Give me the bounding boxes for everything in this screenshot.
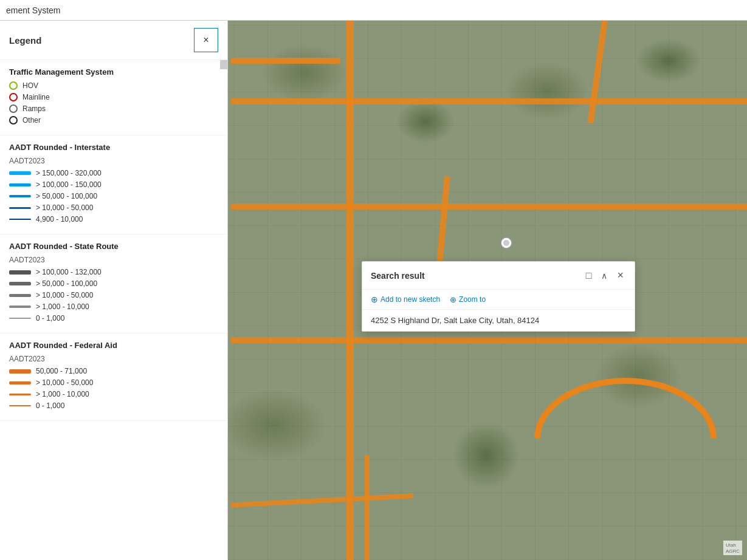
legend-item-federal-3: > 1,000 - 10,000 [9,390,218,398]
legend-header: Legend × [0,21,227,60]
add-sketch-icon: ⊕ [371,295,378,304]
interstate-label-3: > 50,000 - 100,000 [36,192,97,200]
federal-subtitle: AADT2023 [9,355,218,363]
zoom-icon: ⊕ [450,295,456,304]
federal-line-3 [9,394,31,395]
road-horizontal-2 [231,203,747,210]
interstate-line-1 [9,171,31,175]
search-popup-actions: ⊕ Add to new sketch ⊕ Zoom to [362,290,635,310]
legend-item-interstate-5: 4,900 - 10,000 [9,215,218,224]
mainline-icon [9,93,18,101]
road-bottom-curve [365,456,370,560]
interstate-section-title: AADT Rounded - Interstate [9,143,218,152]
legend-item-state-2: > 50,000 - 100,000 [9,279,218,288]
svg-point-1 [503,240,509,246]
legend-item-federal-4: 0 - 1,000 [9,401,218,410]
federal-label-4: 0 - 1,000 [36,401,64,410]
search-popup-address: 4252 S Highland Dr, Salt Lake City, Utah… [362,310,635,331]
legend-item-interstate-4: > 10,000 - 50,000 [9,203,218,212]
interstate-line-2 [9,183,31,186]
hov-label: HOV [22,81,38,90]
federal-label-3: > 1,000 - 10,000 [36,390,89,398]
state-line-3 [9,294,31,297]
ramps-icon [9,104,18,113]
add-sketch-label: Add to new sketch [380,295,440,304]
zoom-to-action[interactable]: ⊕ Zoom to [450,295,486,304]
legend-item-interstate-2: > 100,000 - 150,000 [9,180,218,189]
state-line-4 [9,306,31,308]
road-vertical-2 [346,346,354,560]
legend-item-interstate-3: > 50,000 - 100,000 [9,192,218,200]
traffic-section-title: Traffic Management System [9,67,218,77]
popup-minimize-button[interactable]: □ [583,269,594,282]
interstate-line-5 [9,219,31,220]
legend-section-traffic: Traffic Management System HOV Mainline R… [0,60,227,135]
legend-item-state-1: > 100,000 - 132,000 [9,268,218,276]
interstate-label-1: > 150,000 - 320,000 [36,169,102,177]
legend-item-interstate-1: > 150,000 - 320,000 [9,169,218,177]
legend-item-state-4: > 1,000 - 10,000 [9,302,218,311]
legend-item-federal-2: > 10,000 - 50,000 [9,378,218,387]
legend-item-federal-1: 50,000 - 71,000 [9,367,218,375]
other-icon [9,116,18,125]
legend-item-state-5: 0 - 1,000 [9,314,218,323]
popup-close-button[interactable]: × [614,268,626,283]
interstate-subtitle: AADT2023 [9,157,218,165]
map-pin [500,237,512,249]
header-bar: ement System [0,0,747,21]
state-section-title: AADT Rounded - State Route [9,242,218,251]
interstate-label-2: > 100,000 - 150,000 [36,180,102,189]
state-label-4: > 1,000 - 10,000 [36,302,89,311]
federal-section-title: AADT Rounded - Federal Aid [9,341,218,350]
legend-section-state: AADT Rounded - State Route AADT2023 > 10… [0,234,227,333]
legend-close-button[interactable]: × [194,28,218,52]
app-title: ement System [6,5,60,15]
federal-label-2: > 10,000 - 50,000 [36,378,93,387]
road-left-1 [231,58,340,64]
interstate-line-3 [9,195,31,197]
state-subtitle: AADT2023 [9,256,218,264]
ramps-label: Ramps [22,104,46,113]
legend-section-federal: AADT Rounded - Federal Aid AADT2023 50,0… [0,333,227,421]
legend-section-interstate: AADT Rounded - Interstate AADT2023 > 150… [0,135,227,234]
state-label-1: > 100,000 - 132,000 [36,268,102,276]
interstate-label-5: 4,900 - 10,000 [36,215,83,224]
legend-item-mainline: Mainline [9,93,218,101]
federal-line-1 [9,369,31,374]
road-horizontal-3 [231,337,747,343]
popup-controls: □ ∧ × [583,268,626,283]
road-horizontal-1 [231,98,747,104]
legend-title: Legend [9,35,41,46]
state-label-2: > 50,000 - 100,000 [36,279,97,288]
legend-item-hov: HOV [9,81,218,90]
state-label-3: > 10,000 - 50,000 [36,291,93,299]
federal-line-4 [9,405,31,406]
federal-label-1: 50,000 - 71,000 [36,367,87,375]
other-label: Other [22,116,41,125]
popup-collapse-button[interactable]: ∧ [599,270,610,282]
zoom-label: Zoom to [459,295,486,304]
state-line-1 [9,270,31,275]
state-label-5: 0 - 1,000 [36,314,64,323]
search-popup-title: Search result [371,271,425,281]
search-result-popup: Search result □ ∧ × ⊕ Add to new sketch … [362,261,635,332]
legend-item-other: Other [9,116,218,125]
state-line-5 [9,318,31,319]
interstate-label-4: > 10,000 - 50,000 [36,203,93,212]
federal-line-2 [9,381,31,384]
hov-icon [9,81,18,90]
add-to-sketch-action[interactable]: ⊕ Add to new sketch [371,295,440,304]
legend-panel: Legend × Traffic Management System HOV M… [0,21,228,560]
legend-item-state-3: > 10,000 - 50,000 [9,291,218,299]
search-popup-header: Search result □ ∧ × [362,262,635,290]
interstate-line-4 [9,207,31,209]
esri-watermark: UtahAGRC [723,541,742,555]
mainline-label: Mainline [22,93,50,101]
state-line-2 [9,282,31,285]
road-vertical-1 [346,21,354,349]
legend-item-ramps: Ramps [9,104,218,113]
